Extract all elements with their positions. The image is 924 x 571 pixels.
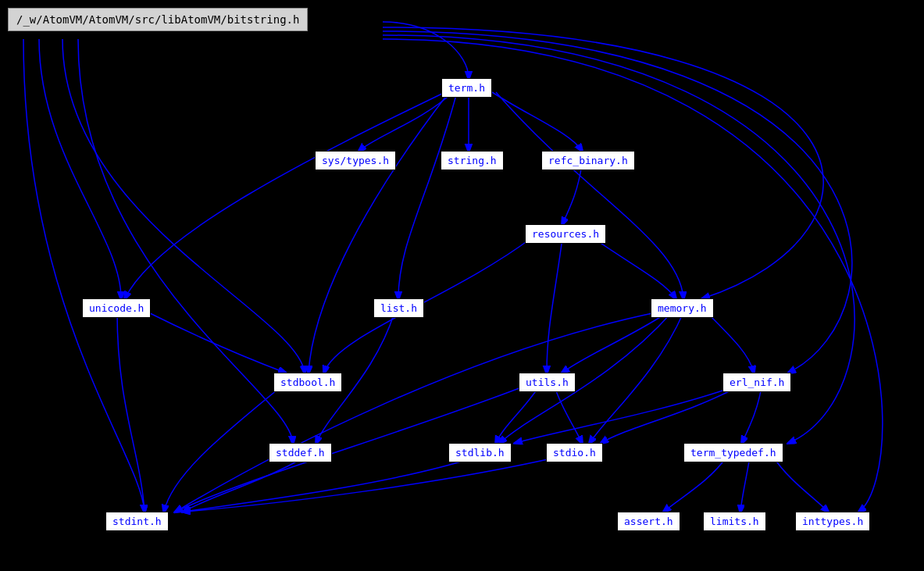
node-term-h[interactable]: term.h	[441, 78, 492, 98]
title-box: /_w/AtomVM/AtomVM/src/libAtomVM/bitstrin…	[8, 8, 308, 31]
node-stdio-h[interactable]: stdio.h	[546, 443, 603, 462]
node-inttypes-h[interactable]: inttypes.h	[795, 512, 870, 531]
edge-term-systypes	[359, 92, 453, 151]
edge-resources-memory	[594, 238, 676, 298]
edge-bitstring-stddef	[78, 39, 293, 443]
node-stdint-h[interactable]: stdint.h	[105, 512, 169, 531]
edge-unicode-stdint	[117, 312, 144, 512]
edge-term-stdbool	[309, 92, 449, 373]
node-limits-h[interactable]: limits.h	[703, 512, 766, 531]
node-resources-h[interactable]: resources.h	[525, 224, 606, 244]
edge-term-unicode	[125, 92, 445, 298]
title-text: /_w/AtomVM/AtomVM/src/libAtomVM/bitstrin…	[16, 13, 299, 26]
node-unicode-h[interactable]: unicode.h	[82, 298, 151, 318]
edge-term-memory	[496, 92, 683, 298]
edge-erlnif-stdio	[601, 387, 738, 443]
node-assert-h[interactable]: assert.h	[617, 512, 680, 531]
edge-bitstring-stdint	[23, 39, 144, 512]
node-stddef-h[interactable]: stddef.h	[269, 443, 332, 462]
node-stdbool-h[interactable]: stdbool.h	[273, 373, 342, 392]
edge-termtypedef-assert	[664, 457, 726, 512]
edge-resources-utils	[547, 238, 562, 373]
node-sys-types-h[interactable]: sys/types.h	[315, 151, 396, 170]
node-stdlib-h[interactable]: stdlib.h	[448, 443, 512, 462]
edge-erlnif-stdlib	[516, 387, 734, 443]
edge-memory-stdio	[590, 312, 683, 443]
edge-erlnif-termtypedef	[742, 387, 762, 443]
edge-utils-stdio	[555, 387, 582, 443]
node-utils-h[interactable]: utils.h	[519, 373, 576, 392]
edge-resources-stdbool	[324, 238, 531, 373]
edge-refc-resources	[562, 164, 582, 224]
edge-bitstring-term	[383, 22, 469, 78]
edge-memory-stdint	[176, 312, 656, 512]
edge-memory-erlnif	[707, 312, 754, 373]
edge-stdbool-stdint	[164, 387, 281, 512]
edge-term-refcbinary	[492, 92, 582, 151]
edge-bitstring-stdbool	[62, 39, 305, 373]
edge-bitstring-inttypes	[383, 39, 883, 512]
node-term-typedef-h[interactable]: term_typedef.h	[683, 443, 783, 462]
edge-termtypedef-inttypes	[773, 457, 828, 512]
node-string-h[interactable]: string.h	[441, 151, 504, 170]
node-refc-binary-h[interactable]: refc_binary.h	[541, 151, 635, 170]
edge-termtypedef-limits	[740, 457, 750, 512]
edge-stdlib-stdint	[184, 457, 476, 512]
node-list-h[interactable]: list.h	[373, 298, 424, 318]
node-memory-h[interactable]: memory.h	[651, 298, 714, 318]
node-erl-nif-h[interactable]: erl_nif.h	[722, 373, 791, 392]
